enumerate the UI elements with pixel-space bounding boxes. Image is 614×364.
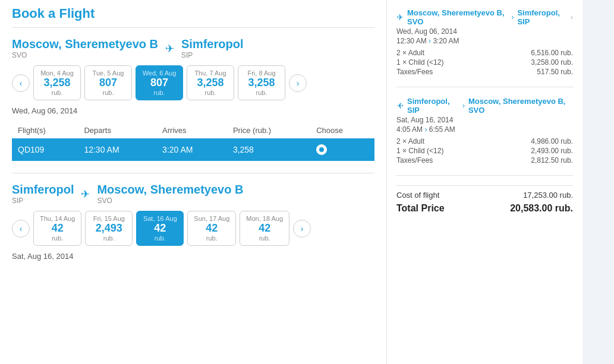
return-child-row: 1 × Child (<12) 2,493.00 rub. [396, 147, 573, 155]
outbound-to-text: Simferopol, SIP [517, 8, 567, 26]
page-title: Book a Flight [12, 6, 374, 28]
outbound-flights-table: Flight(s) Departs Arrives Price (rub.) C… [12, 122, 374, 161]
return-booking-time: 4:05 AM › 6:55 AM [396, 125, 573, 134]
return-to-text: Moscow, Sheremetyevo B, SVO [468, 97, 573, 115]
side-panel: ✈ Moscow, Sheremetyevo B, SVO › Simferop… [386, 0, 582, 364]
outbound-prev-btn[interactable]: ‹ [12, 74, 30, 92]
outbound-taxes-row: Taxes/Fees 517.50 rub. [396, 68, 573, 76]
radio-inner [319, 147, 324, 152]
cost-of-flight-row: Cost of flight 17,253.00 rub. [396, 185, 573, 200]
flight-num: QD109 [12, 138, 78, 161]
col-flight: Flight(s) [12, 122, 78, 138]
outbound-child-row: 1 × Child (<12) 3,258.00 rub. [396, 58, 573, 67]
outbound-arrow-icon: ✈ [165, 42, 174, 55]
section-divider [12, 173, 374, 173]
outbound-booking-route: ✈ Moscow, Sheremetyevo B, SVO › Simferop… [396, 8, 573, 26]
outbound-next-btn[interactable]: › [289, 74, 307, 92]
outbound-chevron-icon: › [571, 13, 573, 21]
flight-choose[interactable] [310, 138, 374, 161]
outbound-route-header: Moscow, Sheremetyevo B SVO ✈ Simferopol … [12, 37, 374, 59]
date-card-1[interactable]: Tue, 5 Aug 807 rub. [84, 65, 132, 100]
col-departs: Departs [78, 122, 156, 138]
outbound-adults-row: 2 × Adult 6,516.00 rub. [396, 49, 573, 57]
flight-departs: 12:30 AM [78, 138, 156, 161]
outbound-from-text: Moscow, Sheremetyevo B, SVO [407, 8, 508, 26]
total-price-row: Total Price 20,583.00 rub. [396, 203, 573, 214]
outbound-booking-time: 12:30 AM › 3:20 AM [396, 37, 573, 45]
outbound-to: Simferopol SIP [181, 37, 243, 59]
depart-plane-icon: ✈ [396, 12, 404, 22]
return-route-header: Simferopol SIP ✈ Moscow, Sheremetyevo B … [12, 183, 374, 205]
flight-price: 3,258 [227, 138, 310, 161]
return-from: Simferopol SIP [12, 183, 74, 205]
return-plane-icon: ✈ [396, 101, 404, 110]
outbound-booking-date: Wed, Aug 06, 2014 [396, 27, 573, 36]
return-time-arrow-icon: › [424, 125, 429, 134]
return-adults-row: 2 × Adult 4,986.00 rub. [396, 137, 573, 145]
col-arrives: Arrives [156, 122, 227, 138]
date-card-0[interactable]: Mon, 4 Aug 3,258 rub. [33, 65, 81, 100]
outbound-route-arrow: › [511, 13, 514, 21]
radio-selected[interactable] [316, 144, 327, 155]
return-route-arrow: › [462, 102, 465, 110]
main-panel: Book a Flight Moscow, Sheremetyevo B SVO… [0, 0, 386, 364]
outbound-date-selector: ‹ Mon, 4 Aug 3,258 rub. Tue, 5 Aug 807 r… [12, 65, 374, 100]
return-next-btn[interactable]: › [293, 220, 311, 238]
col-choose: Choose [310, 122, 374, 138]
table-row[interactable]: QD109 12:30 AM 3:20 AM 3,258 [12, 138, 374, 161]
return-date-selector: ‹ Thu, 14 Aug 42 rub. Fri, 15 Aug 2,493 … [12, 211, 374, 246]
return-taxes-row: Taxes/Fees 2,812.50 rub. [396, 156, 573, 164]
return-date-card-3[interactable]: Sun, 17 Aug 42 rub. [187, 211, 236, 246]
date-card-2[interactable]: Wed, 6 Aug 807 rub. [136, 65, 183, 100]
return-date-card-1[interactable]: Fri, 15 Aug 2,493 rub. [85, 211, 133, 246]
outbound-selected-date: Wed, Aug 06, 2014 [12, 106, 374, 115]
return-date-card-2[interactable]: Sat, 16 Aug 42 rub. [136, 211, 184, 246]
return-arrow-icon: ✈ [81, 188, 90, 201]
return-booking-date: Sat, Aug 16, 2014 [396, 116, 573, 124]
outbound-booking-summary: ✈ Moscow, Sheremetyevo B, SVO › Simferop… [396, 8, 573, 87]
flight-arrives: 3:20 AM [156, 138, 227, 161]
return-date-card-0[interactable]: Thu, 14 Aug 42 rub. [33, 211, 81, 246]
return-booking-route: ✈ Simferopol, SIP › Moscow, Sheremetyevo… [396, 97, 573, 115]
return-selected-date: Sat, Aug 16, 2014 [12, 252, 374, 261]
return-booking-summary: ✈ Simferopol, SIP › Moscow, Sheremetyevo… [396, 97, 573, 176]
return-from-text: Simferopol, SIP [407, 97, 459, 115]
outbound-from: Moscow, Sheremetyevo B SVO [12, 37, 158, 59]
cost-summary: Cost of flight 17,253.00 rub. Total Pric… [396, 185, 573, 214]
date-card-3[interactable]: Thu, 7 Aug 3,258 rub. [187, 65, 234, 100]
col-price: Price (rub.) [227, 122, 310, 138]
return-date-card-4[interactable]: Mon, 18 Aug 42 rub. [240, 211, 289, 246]
date-card-4[interactable]: Fri, 8 Aug 3,258 rub. [238, 65, 285, 100]
return-prev-btn[interactable]: ‹ [12, 220, 30, 238]
return-to: Moscow, Sheremetyevo B SVO [97, 183, 243, 205]
